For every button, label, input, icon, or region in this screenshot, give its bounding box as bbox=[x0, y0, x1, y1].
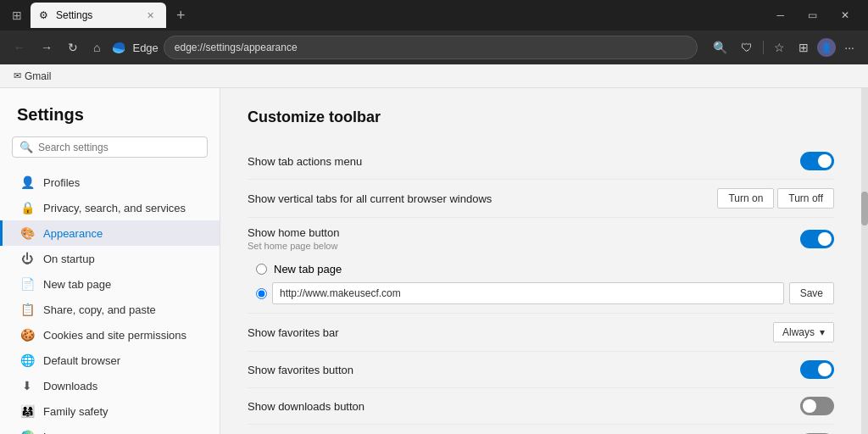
sidebar-item-defaultbrowser[interactable]: 🌐 Default browser bbox=[0, 348, 220, 373]
sidebar-item-startup[interactable]: ⏻ On startup bbox=[0, 246, 220, 271]
gmail-label: Gmail bbox=[25, 70, 51, 82]
url-radio[interactable] bbox=[256, 288, 267, 299]
home-button[interactable]: ⌂ bbox=[88, 37, 105, 58]
navbar-right: 🔍 🛡 ☆ ⊞ 👤 ··· bbox=[708, 37, 860, 58]
refresh-button[interactable]: ↻ bbox=[63, 37, 83, 58]
languages-icon: 🌍 bbox=[19, 430, 35, 434]
share-icon: 📋 bbox=[19, 303, 35, 316]
nav-separator bbox=[763, 41, 764, 54]
downloads-btn-toggle[interactable] bbox=[800, 397, 834, 415]
downloads-btn-label: Show downloads button bbox=[248, 400, 364, 413]
sidebar-item-label: Privacy, search, and services bbox=[43, 202, 186, 214]
url-radio-row: Save bbox=[248, 282, 834, 304]
more-menu-icon[interactable]: ··· bbox=[839, 37, 860, 58]
profile-avatar[interactable]: 👤 bbox=[817, 38, 836, 57]
tab-actions-toggle[interactable] bbox=[800, 152, 834, 170]
search-box[interactable]: 🔍 bbox=[12, 136, 208, 158]
search-settings-input[interactable] bbox=[38, 142, 200, 153]
favorites-bar-dropdown[interactable]: Always ▾ bbox=[773, 322, 834, 342]
sidebar-item-profiles[interactable]: 👤 Profiles bbox=[0, 170, 220, 195]
setting-row-downloads-btn: Show downloads button bbox=[248, 388, 834, 425]
home-button-label: Show home button bbox=[248, 226, 339, 239]
tab-label: Settings bbox=[56, 9, 92, 21]
sidebar-item-share[interactable]: 📋 Share, copy, and paste bbox=[0, 297, 220, 322]
sidebar-item-cookies[interactable]: 🍪 Cookies and site permissions bbox=[0, 322, 220, 348]
minimize-button[interactable]: ─ bbox=[765, 4, 796, 26]
close-button[interactable]: ✕ bbox=[829, 4, 861, 26]
back-button[interactable]: ← bbox=[8, 37, 31, 58]
content-area: Customize toolbar Show tab actions menu … bbox=[220, 88, 861, 434]
edge-logo bbox=[110, 39, 127, 56]
collections-icon[interactable]: ⊞ bbox=[793, 37, 814, 58]
gmail-favorite[interactable]: ✉ Gmail bbox=[8, 69, 56, 84]
page-title: Customize toolbar bbox=[248, 108, 834, 126]
favorites-btn-label: Show favorites button bbox=[248, 364, 353, 376]
gmail-icon: ✉ bbox=[14, 70, 21, 81]
favorites-btn-toggle[interactable] bbox=[800, 360, 834, 379]
scroll-thumb[interactable] bbox=[861, 192, 868, 225]
newtab-radio-label: New tab page bbox=[274, 263, 342, 275]
home-button-sublabel: Set home page below bbox=[248, 241, 339, 251]
favorites-bar-value: Always bbox=[782, 326, 815, 338]
setting-row-favorites-bar: Show favorites bar Always ▾ bbox=[248, 314, 834, 352]
navbar: ← → ↻ ⌂ Edge edge://settings/appearance … bbox=[0, 31, 868, 64]
zoom-icon[interactable]: 🔍 bbox=[708, 37, 732, 58]
familysafety-icon: 👨‍👩‍👧 bbox=[19, 404, 35, 418]
system-menu-icon[interactable]: ⊞ bbox=[7, 5, 27, 25]
sidebar-item-downloads[interactable]: ⬇ Downloads bbox=[0, 373, 220, 398]
sidebar-item-label: Appearance bbox=[43, 227, 103, 240]
tab-favicon: ⚙ bbox=[39, 9, 51, 21]
main-layout: Settings 🔍 👤 Profiles 🔒 Privacy, search,… bbox=[0, 88, 868, 434]
chevron-down-icon: ▾ bbox=[820, 326, 825, 338]
shield-icon[interactable]: 🛡 bbox=[736, 37, 758, 58]
search-icon: 🔍 bbox=[19, 141, 33, 153]
settings-tab[interactable]: ⚙ Settings ✕ bbox=[31, 3, 166, 28]
sidebar-title: Settings bbox=[0, 105, 220, 136]
address-text: edge://settings/appearance bbox=[175, 42, 298, 53]
startup-icon: ⏻ bbox=[19, 252, 35, 265]
sidebar-item-label: Default browser bbox=[43, 354, 120, 367]
tab-close-button[interactable]: ✕ bbox=[143, 8, 158, 23]
downloads-icon: ⬇ bbox=[19, 379, 35, 392]
setting-row-vertical-tabs: Show vertical tabs for all current brows… bbox=[248, 180, 834, 218]
window-controls: ─ ▭ ✕ bbox=[765, 4, 861, 26]
privacy-icon: 🔒 bbox=[19, 201, 35, 214]
homepage-url-input[interactable] bbox=[272, 282, 784, 304]
favorites-bar-label: Show favorites bar bbox=[248, 326, 339, 339]
vertical-tabs-turn-off-button[interactable]: Turn off bbox=[777, 188, 834, 209]
sidebar-item-label: Languages bbox=[43, 431, 97, 435]
save-homepage-button[interactable]: Save bbox=[789, 282, 834, 304]
sidebar-item-label: Cookies and site permissions bbox=[43, 329, 186, 342]
sidebar-item-newtab[interactable]: 📄 New tab page bbox=[0, 271, 220, 297]
scrollbar[interactable] bbox=[861, 88, 868, 434]
setting-row-tab-actions: Show tab actions menu bbox=[248, 143, 834, 180]
sidebar-item-appearance[interactable]: 🎨 Appearance bbox=[0, 220, 220, 246]
home-button-toggle[interactable] bbox=[800, 230, 834, 248]
sidebar-item-label: Family safety bbox=[43, 405, 108, 418]
edge-label: Edge bbox=[132, 42, 158, 54]
sidebar-item-label: Profiles bbox=[43, 176, 80, 189]
forward-button[interactable]: → bbox=[36, 37, 58, 58]
cookies-icon: 🍪 bbox=[19, 328, 35, 342]
tab-actions-label: Show tab actions menu bbox=[248, 155, 362, 168]
newtab-radio-row: New tab page bbox=[248, 259, 834, 279]
sidebar-item-languages[interactable]: 🌍 Languages bbox=[0, 424, 220, 434]
home-button-label-group: Show home button Set home page below bbox=[248, 226, 339, 251]
newtab-radio[interactable] bbox=[256, 264, 267, 275]
home-button-section: Show home button Set home page below New… bbox=[248, 218, 834, 314]
restore-button[interactable]: ▭ bbox=[796, 4, 829, 26]
favorites-icon[interactable]: ☆ bbox=[769, 37, 790, 58]
vertical-tabs-turn-on-button[interactable]: Turn on bbox=[717, 188, 774, 209]
sidebar-item-privacy[interactable]: 🔒 Privacy, search, and services bbox=[0, 195, 220, 220]
address-bar[interactable]: edge://settings/appearance bbox=[164, 36, 698, 59]
sidebar-item-familysafety[interactable]: 👨‍👩‍👧 Family safety bbox=[0, 398, 220, 424]
sidebar-item-label: On startup bbox=[43, 253, 95, 265]
titlebar-left: ⊞ ⚙ Settings ✕ + bbox=[7, 3, 192, 28]
profiles-icon: 👤 bbox=[19, 175, 35, 189]
vertical-tabs-btn-pair: Turn on Turn off bbox=[717, 188, 834, 209]
new-tab-button[interactable]: + bbox=[170, 3, 192, 28]
setting-row-favorites-btn: Show favorites button bbox=[248, 352, 834, 388]
defaultbrowser-icon: 🌐 bbox=[19, 353, 35, 367]
sidebar-item-label: New tab page bbox=[43, 278, 111, 291]
vertical-tabs-label: Show vertical tabs for all current brows… bbox=[248, 192, 492, 205]
